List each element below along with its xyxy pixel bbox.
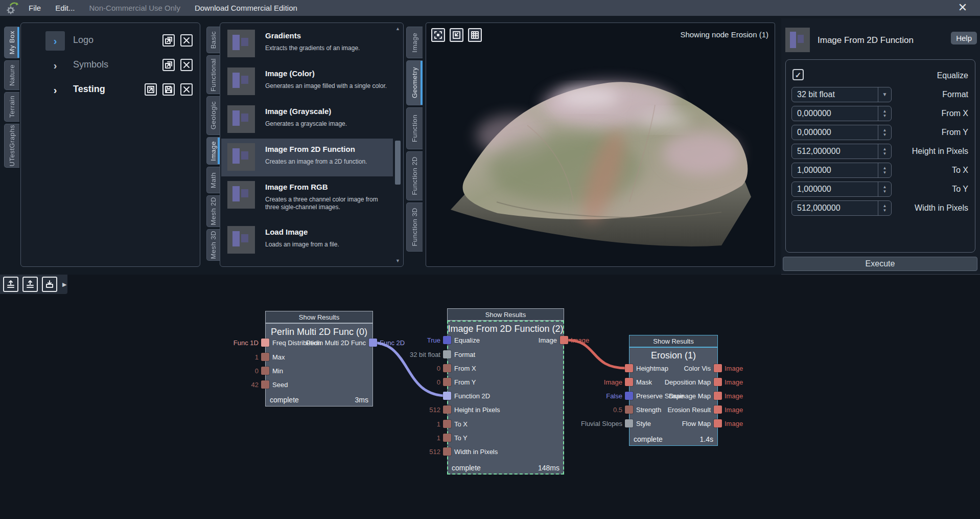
- library-group-logo[interactable]: › Logo: [44, 31, 195, 52]
- output-port[interactable]: [714, 392, 722, 400]
- spin-up-icon[interactable]: ▲: [883, 147, 887, 151]
- wire-image[interactable]: [566, 340, 626, 368]
- output-port[interactable]: [714, 378, 722, 386]
- show-results-bar[interactable]: Show Results: [265, 311, 373, 323]
- viewport-tab-function-2d[interactable]: Function 2D: [406, 151, 423, 200]
- show-results-bar[interactable]: Show Results: [447, 308, 564, 321]
- library-tab-my-box[interactable]: My Box: [4, 27, 19, 58]
- library-tab-nature[interactable]: Nature: [4, 60, 19, 90]
- viewport-tab-function-3d[interactable]: Function 3D: [406, 202, 423, 252]
- window-close-icon[interactable]: ✕: [952, 0, 973, 16]
- export-window-icon[interactable]: [145, 83, 157, 96]
- node-erosion[interactable]: Show Results Erosion (1) Heightmap Color…: [629, 335, 718, 446]
- close-icon[interactable]: [180, 34, 193, 47]
- spin-down-icon[interactable]: ▼: [883, 132, 887, 137]
- list-item-image-grayscale[interactable]: Image (Grayscale) Generates a grayscale …: [221, 101, 393, 139]
- expand-chevron-icon[interactable]: ›: [45, 56, 65, 75]
- grid-icon[interactable]: [468, 28, 482, 42]
- input-port[interactable]: [261, 353, 269, 361]
- from-x-input[interactable]: 0,000000 ▲▼: [791, 106, 892, 121]
- list-item-image-from-rgb[interactable]: Image From RGB Creates a three channel c…: [221, 176, 393, 220]
- spin-up-icon[interactable]: ▲: [883, 204, 887, 208]
- input-port[interactable]: [443, 336, 451, 344]
- nodelist-tab-geologic[interactable]: Geologic: [206, 96, 220, 135]
- output-port[interactable]: [560, 336, 568, 344]
- list-item-image-color[interactable]: Image (Color) Generates an image filled …: [221, 63, 393, 101]
- save-icon[interactable]: [162, 83, 175, 96]
- scroll-down-icon[interactable]: ▼: [394, 257, 402, 264]
- spin-down-icon[interactable]: ▼: [883, 208, 887, 213]
- node-image-from-2d-function[interactable]: Show Results Image From 2D Function (2) …: [447, 308, 564, 475]
- nodelist-tab-image[interactable]: Image: [206, 137, 220, 165]
- nodelist-tab-functional[interactable]: Functional: [206, 55, 220, 94]
- input-port[interactable]: [625, 419, 633, 427]
- 3d-viewport[interactable]: Showing node Erosion (1): [426, 22, 775, 267]
- node-perlin-multi-2d-func[interactable]: Show Results Perlin Multi 2D Func (0) Fu…: [265, 311, 373, 407]
- to-x-input[interactable]: 1,000000 ▲▼: [791, 163, 892, 178]
- input-port[interactable]: [625, 364, 633, 372]
- menu-download-commercial[interactable]: Download Commercial Edition: [188, 0, 305, 16]
- equalize-checkbox[interactable]: ✓: [792, 69, 804, 80]
- viewport-tab-image[interactable]: Image: [406, 27, 423, 58]
- spin-down-icon[interactable]: ▼: [883, 151, 887, 156]
- library-group-testing[interactable]: › Testing: [44, 80, 195, 101]
- help-button[interactable]: Help: [951, 32, 977, 44]
- input-port[interactable]: [443, 364, 451, 372]
- input-port[interactable]: [625, 405, 633, 414]
- spin-up-icon[interactable]: ▲: [883, 128, 887, 132]
- nodelist-tab-basic[interactable]: Basic: [206, 27, 220, 53]
- output-port[interactable]: [714, 419, 722, 427]
- input-port[interactable]: [261, 339, 269, 347]
- input-port[interactable]: [261, 367, 269, 375]
- close-icon[interactable]: [180, 83, 193, 96]
- list-item-load-image[interactable]: Load Image Loads an image from a file.: [221, 221, 393, 259]
- list-item-image-from-2d-function[interactable]: Image From 2D Function Creates an image …: [221, 139, 393, 176]
- show-results-bar[interactable]: Show Results: [629, 335, 718, 347]
- input-port[interactable]: [443, 350, 451, 358]
- spin-down-icon[interactable]: ▼: [883, 189, 887, 194]
- input-port[interactable]: [625, 392, 633, 400]
- popout-window-icon[interactable]: [162, 34, 175, 47]
- scroll-up-icon[interactable]: ▲: [394, 25, 402, 32]
- popout-window-icon[interactable]: [162, 59, 175, 71]
- menu-file[interactable]: File: [21, 0, 48, 16]
- viewport-tab-function[interactable]: Function: [406, 107, 423, 149]
- output-port[interactable]: [714, 405, 722, 414]
- nodelist-tab-mesh-3d[interactable]: Mesh 3D: [206, 229, 220, 261]
- width-in-pixels-input[interactable]: 512,000000 ▲▼: [791, 200, 892, 216]
- viewport-tab-geometry[interactable]: Geometry: [406, 60, 423, 105]
- height-in-pixels-input[interactable]: 512,000000 ▲▼: [791, 144, 892, 159]
- nodelist-tab-math[interactable]: Math: [206, 167, 220, 193]
- library-tab-terrain[interactable]: Terrain: [4, 92, 19, 122]
- input-port[interactable]: [261, 380, 269, 389]
- close-icon[interactable]: [180, 59, 193, 71]
- from-y-input[interactable]: 0,000000 ▲▼: [791, 125, 892, 140]
- spin-down-icon[interactable]: ▼: [883, 170, 887, 175]
- expand-chevron-icon[interactable]: ›: [45, 80, 65, 100]
- output-port[interactable]: [714, 364, 722, 372]
- scrollbar-thumb[interactable]: [395, 141, 401, 185]
- node-graph-canvas[interactable]: ▶ Show Results Perlin Multi 2D Func (0) …: [0, 275, 980, 519]
- format-select[interactable]: 32 bit float ▼: [791, 87, 892, 102]
- menu-edit[interactable]: Edit...: [48, 0, 82, 16]
- library-group-symbols[interactable]: › Symbols: [44, 56, 195, 76]
- list-scrollbar[interactable]: ▲ ▼: [394, 25, 402, 264]
- output-port[interactable]: [369, 339, 377, 347]
- input-port[interactable]: [443, 447, 451, 456]
- to-y-input[interactable]: 1,000000 ▲▼: [791, 182, 892, 197]
- input-port[interactable]: [443, 378, 451, 386]
- input-port[interactable]: [443, 420, 451, 428]
- input-port[interactable]: [443, 405, 451, 414]
- input-port[interactable]: [443, 392, 451, 400]
- expand-chevron-icon[interactable]: ›: [45, 31, 65, 51]
- input-port[interactable]: [625, 378, 633, 386]
- fit-view-icon[interactable]: [431, 28, 445, 42]
- input-port[interactable]: [443, 434, 451, 442]
- nodelist-tab-mesh-2d[interactable]: Mesh 2D: [206, 195, 220, 227]
- library-tab-utestgraphs[interactable]: UTestGraphs: [4, 124, 19, 168]
- spin-up-icon[interactable]: ▲: [883, 109, 887, 114]
- dropdown-arrow-icon[interactable]: ▼: [882, 87, 888, 102]
- execute-button[interactable]: Execute: [783, 257, 977, 271]
- spin-up-icon[interactable]: ▲: [883, 185, 887, 189]
- spin-up-icon[interactable]: ▲: [883, 166, 887, 170]
